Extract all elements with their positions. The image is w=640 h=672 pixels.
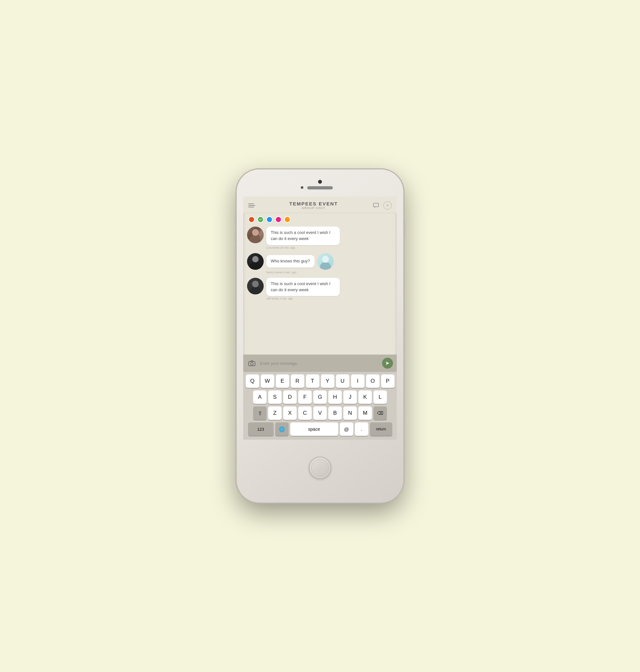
avatar-girl-right xyxy=(317,253,334,270)
participants-row xyxy=(243,213,397,227)
messages-area: This is such a cool event I wish I can d… xyxy=(243,227,397,354)
chat-subtitle: GROUP CHAT xyxy=(289,206,338,209)
participant-dot-5[interactable] xyxy=(284,216,291,223)
message-timestamp-3: Jeff wrote 2 min. ago xyxy=(247,297,294,300)
key-r[interactable]: R xyxy=(291,375,304,388)
key-e[interactable]: E xyxy=(276,375,289,388)
globe-key[interactable]: 🌐 xyxy=(275,422,289,436)
key-o[interactable]: O xyxy=(366,375,379,388)
message-time-3: 2 min. ago xyxy=(279,297,293,300)
participant-dot-2[interactable] xyxy=(257,216,264,223)
key-f[interactable]: F xyxy=(298,390,312,404)
menu-line-1 xyxy=(248,204,254,204)
message-time-label-3: wrote xyxy=(272,297,280,300)
message-timestamp-2: Nancy wrote 4 min. ago xyxy=(247,271,298,274)
return-key[interactable]: return xyxy=(370,422,392,436)
volume-up-button[interactable] xyxy=(235,230,236,243)
key-p[interactable]: P xyxy=(381,375,395,388)
shift-key[interactable]: ⇧ xyxy=(253,406,266,420)
mute-button[interactable] xyxy=(235,215,236,224)
space-key[interactable]: space xyxy=(290,422,338,436)
message-bubble-1: This is such a cool event I wish I can d… xyxy=(266,227,340,245)
backspace-key[interactable]: ⌫ xyxy=(374,406,387,420)
send-button[interactable] xyxy=(382,358,393,369)
message-row-2: Who knows this guy? xyxy=(247,253,393,270)
key-d[interactable]: D xyxy=(283,390,297,404)
key-b[interactable]: B xyxy=(328,406,342,420)
key-a[interactable]: A xyxy=(253,390,266,404)
message-author-2: Nancy xyxy=(266,271,275,274)
message-input[interactable]: Enter your message.. xyxy=(260,361,379,366)
power-button[interactable] xyxy=(404,221,405,237)
home-button-inner xyxy=(311,459,329,477)
menu-line-2 xyxy=(248,205,256,206)
numbers-key[interactable]: 123 xyxy=(248,422,274,436)
svg-point-3 xyxy=(250,363,253,365)
participant-dot-3[interactable] xyxy=(266,216,273,223)
earpiece-speaker xyxy=(307,186,333,189)
keyboard-row-3: ⇧ Z X C V B N M ⌫ xyxy=(245,406,395,420)
key-m[interactable]: M xyxy=(359,406,372,420)
avatar-jeff xyxy=(247,278,264,294)
phone-screen: TEMPEES EVENT GROUP CHAT × xyxy=(243,196,397,440)
close-button[interactable]: × xyxy=(383,201,392,209)
message-block-1: This is such a cool event I wish I can d… xyxy=(247,227,393,249)
message-bubble-3: This is such a cool event I wish I can d… xyxy=(266,278,340,296)
close-icon: × xyxy=(386,203,389,208)
message-time-1: 20 min. ago xyxy=(280,246,295,249)
key-t[interactable]: T xyxy=(306,375,319,388)
keyboard-row-2: A S D F G H J K L xyxy=(245,390,395,404)
front-camera xyxy=(301,186,303,189)
keyboard-row-1: Q W E R T Y U I O P xyxy=(245,375,395,388)
key-g[interactable]: G xyxy=(313,390,327,404)
camera-lens xyxy=(318,180,322,184)
input-placeholder: Enter your message.. xyxy=(260,361,300,366)
chat-header: TEMPEES EVENT GROUP CHAT × xyxy=(243,196,397,213)
key-x[interactable]: X xyxy=(283,406,297,420)
home-button[interactable] xyxy=(309,457,331,479)
key-z[interactable]: Z xyxy=(268,406,281,420)
period-key[interactable]: . xyxy=(355,422,368,436)
key-q[interactable]: Q xyxy=(246,375,259,388)
input-bar: Enter your message.. xyxy=(243,354,397,372)
menu-line-3 xyxy=(248,207,254,207)
keyboard: Q W E R T Y U I O P A S D F G H J K xyxy=(243,372,397,440)
key-j[interactable]: J xyxy=(343,390,357,404)
header-center: TEMPEES EVENT GROUP CHAT xyxy=(289,201,338,209)
message-author-3: Jeff xyxy=(266,297,271,300)
menu-icon[interactable] xyxy=(248,204,256,207)
message-block-3: This is such a cool event I wish I can d… xyxy=(247,278,393,301)
svg-rect-0 xyxy=(374,203,379,207)
volume-down-button[interactable] xyxy=(235,246,236,259)
chat-bubble-icon[interactable] xyxy=(372,201,380,209)
phone-top-bezel xyxy=(243,176,397,195)
participant-dot-4[interactable] xyxy=(275,216,281,223)
phone-bottom-bezel xyxy=(309,440,331,496)
camera-button[interactable] xyxy=(247,359,257,368)
participant-dot-1[interactable] xyxy=(248,216,255,223)
key-s[interactable]: S xyxy=(268,390,281,404)
message-row-1: This is such a cool event I wish I can d… xyxy=(247,227,393,245)
keyboard-row-4: 123 🌐 space @ . return xyxy=(245,422,395,436)
at-key[interactable]: @ xyxy=(340,422,353,436)
avatar-nancy xyxy=(247,253,264,270)
key-h[interactable]: H xyxy=(328,390,342,404)
message-text-1: This is such a cool event I wish I can d… xyxy=(271,230,330,241)
key-y[interactable]: Y xyxy=(321,375,334,388)
key-n[interactable]: N xyxy=(343,406,357,420)
message-bubble-2: Who knows this guy? xyxy=(266,255,315,267)
phone-device: TEMPEES EVENT GROUP CHAT × xyxy=(237,170,403,502)
key-k[interactable]: K xyxy=(359,390,372,404)
key-i[interactable]: I xyxy=(351,375,364,388)
key-w[interactable]: W xyxy=(261,375,274,388)
message-block-2: Who knows this guy? Nancy wrote 4 min. a… xyxy=(247,253,393,274)
key-u[interactable]: U xyxy=(336,375,349,388)
header-left xyxy=(248,204,256,207)
key-l[interactable]: L xyxy=(374,390,387,404)
message-timestamp-1: Lisa wrote 20 min. ago xyxy=(247,246,297,249)
key-c[interactable]: C xyxy=(298,406,312,420)
message-row-3: This is such a cool event I wish I can d… xyxy=(247,278,393,296)
message-time-label-2: wrote xyxy=(275,271,283,274)
key-v[interactable]: V xyxy=(313,406,327,420)
header-right: × xyxy=(372,201,392,209)
